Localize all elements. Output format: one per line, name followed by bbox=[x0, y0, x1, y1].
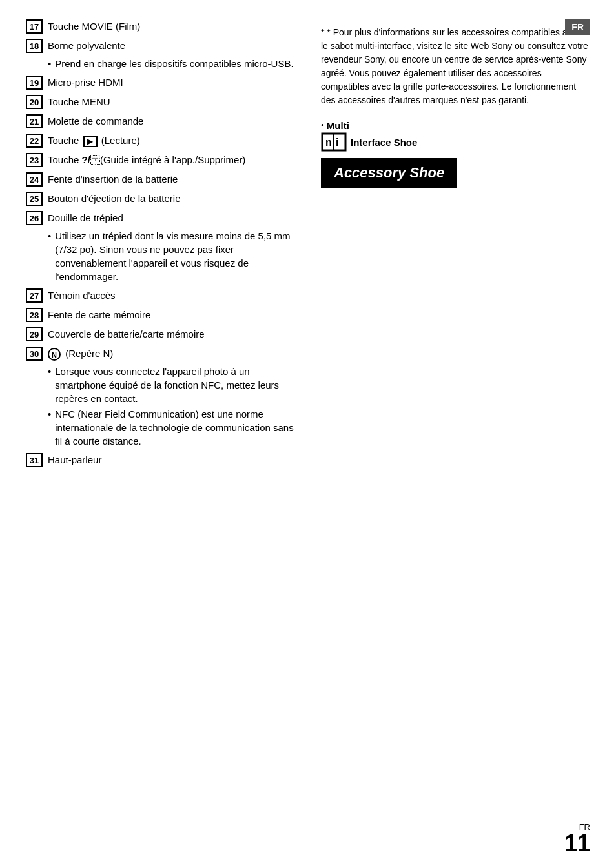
item-17: 17 Touche MOVIE (Film) bbox=[26, 19, 295, 34]
item-number-21: 21 bbox=[26, 114, 43, 128]
item-26-bullet-1: • Utilisez un trépied dont la vis mesure… bbox=[48, 229, 295, 283]
logo-multi-text: Multi bbox=[327, 120, 349, 131]
item-21: 21 Molette de commande bbox=[26, 114, 295, 128]
item-31: 31 Haut-parleur bbox=[26, 453, 295, 467]
accessory-shoe-box: Accessory Shoe bbox=[321, 158, 457, 188]
item-18: 18 Borne polyvalente • Prend en charge l… bbox=[26, 39, 295, 70]
item-text-29: Couvercle de batterie/carte mémoire bbox=[48, 327, 205, 341]
item-text-23: Touche ?/ (Guide intégré à l'app./Suppri… bbox=[48, 153, 245, 167]
item-24: 24 Fente d'insertion de la batterie bbox=[26, 172, 295, 187]
item-19: 19 Micro-prise HDMI bbox=[26, 76, 295, 90]
item-number-25: 25 bbox=[26, 192, 43, 206]
svg-text:i: i bbox=[336, 137, 338, 148]
item-text-25: Bouton d'éjection de la batterie bbox=[48, 192, 181, 205]
item-text-17: Touche MOVIE (Film) bbox=[48, 19, 140, 33]
logo-bottom-line: n i Interface Shoe bbox=[321, 132, 590, 152]
multi-interface-shoe-logo: ● Multi n i Interface Shoe bbox=[321, 120, 590, 152]
logo-top-line: ● Multi bbox=[321, 120, 590, 131]
item-number-28: 28 bbox=[26, 308, 43, 322]
item-number-18: 18 bbox=[26, 39, 43, 53]
item-text-21: Molette de commande bbox=[48, 114, 143, 128]
item-25: 25 Bouton d'éjection de la batterie bbox=[26, 192, 295, 206]
ni-logo-icon: n i bbox=[321, 132, 347, 152]
page-container: 17 Touche MOVIE (Film) 18 Borne polyvale… bbox=[0, 0, 616, 868]
item-text-28: Fente de carte mémoire bbox=[48, 308, 150, 321]
item-number-29: 29 bbox=[26, 327, 43, 341]
item-22: 22 Touche ▶ (Lecture) bbox=[26, 134, 295, 148]
item-text-20: Touche MENU bbox=[48, 95, 110, 108]
item-28: 28 Fente de carte mémoire bbox=[26, 308, 295, 322]
item-number-19: 19 bbox=[26, 76, 43, 90]
bullet-dot: • bbox=[48, 365, 51, 378]
item-text-19: Micro-prise HDMI bbox=[48, 76, 123, 89]
item-text-27: Témoin d'accès bbox=[48, 288, 116, 302]
item-text-18: Borne polyvalente bbox=[48, 39, 125, 52]
item-text-24: Fente d'insertion de la batterie bbox=[48, 172, 178, 186]
item-20: 20 Touche MENU bbox=[26, 95, 295, 109]
logo-dot-icon: ● bbox=[321, 122, 324, 128]
bullet-dot: • bbox=[48, 407, 51, 421]
ni-svg: n i bbox=[321, 132, 347, 152]
item-number-23: 23 bbox=[26, 153, 43, 167]
item-number-30: 30 bbox=[26, 347, 43, 361]
item-29: 29 Couvercle de batterie/carte mémoire bbox=[26, 327, 295, 341]
item-text-26: Douille de trépied bbox=[48, 211, 123, 225]
item-26: 26 Douille de trépied • Utilisez un trép… bbox=[26, 211, 295, 283]
right-column: FR * * Pour plus d'informations sur les … bbox=[314, 19, 590, 849]
play-icon: ▶ bbox=[83, 136, 98, 147]
item-number-20: 20 bbox=[26, 95, 43, 109]
bullet-text: NFC (Near Field Communication) est une n… bbox=[55, 407, 295, 448]
item-23: 23 Touche ?/ (Guide intégré à l'app./Sup… bbox=[26, 153, 295, 167]
item-text-22: Touche ▶ (Lecture) bbox=[48, 134, 140, 147]
bullet-text: Lorsque vous connectez l'appareil photo … bbox=[55, 365, 295, 405]
item-number-26: 26 bbox=[26, 211, 43, 225]
page-number-area: FR 11 bbox=[564, 822, 590, 855]
asterisk: * bbox=[321, 27, 327, 37]
bullet-text: Utilisez un trépied dont la vis mesure m… bbox=[55, 229, 295, 283]
item-text-31: Haut-parleur bbox=[48, 453, 101, 467]
item-30: 30 N (Repère N) • Lorsque vous connectez… bbox=[26, 347, 295, 448]
item-number-24: 24 bbox=[26, 172, 43, 187]
nfc-n-icon: N bbox=[48, 348, 61, 361]
page-number: 11 bbox=[564, 832, 590, 855]
svg-text:n: n bbox=[325, 137, 332, 148]
note-text: * * Pour plus d'informations sur les acc… bbox=[321, 26, 590, 107]
fr-label: FR bbox=[565, 19, 590, 35]
item-number-22: 22 bbox=[26, 134, 43, 148]
bullet-dot: • bbox=[48, 57, 51, 70]
item-18-bullet-1: • Prend en charge les dispositifs compat… bbox=[48, 57, 295, 70]
bullet-dot: • bbox=[48, 229, 51, 243]
logo-interface-shoe-text: Interface Shoe bbox=[351, 137, 417, 148]
left-column: 17 Touche MOVIE (Film) 18 Borne polyvale… bbox=[26, 19, 314, 849]
item-27: 27 Témoin d'accès bbox=[26, 288, 295, 303]
item-number-27: 27 bbox=[26, 288, 43, 303]
item-30-bullet-2: • NFC (Near Field Communication) est une… bbox=[48, 407, 295, 448]
item-number-31: 31 bbox=[26, 453, 43, 467]
item-30-bullet-1: • Lorsque vous connectez l'appareil phot… bbox=[48, 365, 295, 405]
item-number-17: 17 bbox=[26, 19, 43, 34]
item-text-30: N (Repère N) bbox=[48, 347, 113, 361]
bullet-text: Prend en charge les dispositifs compatib… bbox=[55, 57, 293, 70]
